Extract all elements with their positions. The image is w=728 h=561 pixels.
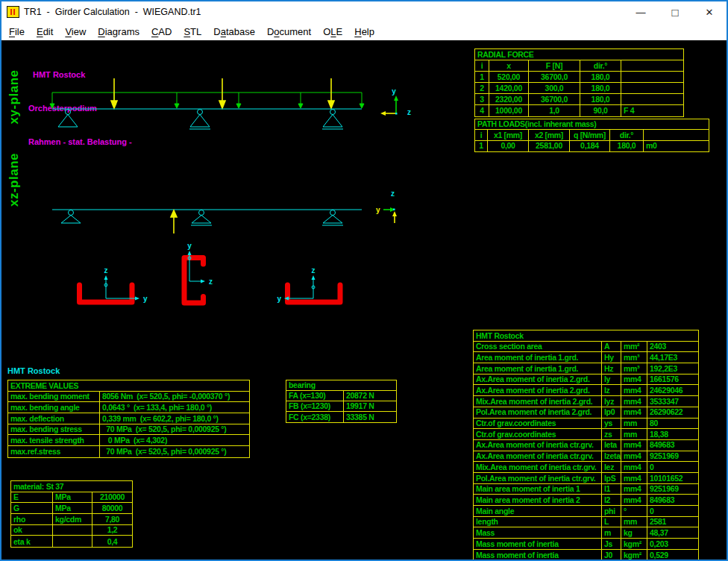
table-cell: 2320,00 [489, 94, 529, 104]
table-row: 10,002581,000,184180,0m0 [475, 141, 709, 151]
minimize-button[interactable]: — [624, 1, 658, 22]
support-pin [61, 210, 81, 224]
table-cell: 3533347 [647, 396, 698, 407]
support-pin [322, 210, 343, 226]
table-cell: mm4 [621, 473, 647, 483]
table-cell: Mix.Area moment of inertia 2.grd. [474, 396, 602, 407]
xy-plane-label: xy-plane [7, 70, 22, 125]
table-row: Ctr.of grav.coordinateszsmm18,38 [474, 429, 698, 440]
table-cell [53, 536, 92, 547]
table-cell: 1000,00 [489, 105, 529, 116]
table-cell: x [489, 60, 529, 71]
table-cell: 36700,0 [529, 72, 580, 82]
table-cell: 180,0 [580, 83, 621, 93]
table-cell: 849683 [647, 440, 698, 451]
table-row: Area moment of inertia 1.grd.Hzmm³192,2E… [474, 363, 698, 374]
svg-text:y: y [277, 295, 281, 303]
table-cell: mm [621, 517, 647, 527]
menu-cad[interactable]: CAD [145, 24, 178, 40]
table-row: max. bending moment8056 Nm (x= 520,5, ph… [8, 392, 249, 403]
table-cell [53, 525, 92, 536]
xy-plane-diagram: y z [41, 71, 421, 135]
table-cell: Js [602, 539, 621, 549]
menu-stl[interactable]: STL [178, 24, 207, 40]
table-cell: 80 [647, 419, 698, 429]
table-cell: dir.° [580, 60, 621, 71]
table-cell: max. deflection [8, 413, 100, 424]
table-cell: 70 MPa (x= 520,5, phi= 0,000925 °) [100, 446, 249, 457]
table-cell [621, 94, 683, 104]
table-cell: MPa [53, 503, 92, 513]
bearing-table: bearingFA (x=130)20872 NFB (x=1230)19917… [286, 380, 397, 423]
table-cell: 1420,00 [489, 83, 529, 93]
table-cell: mm [621, 429, 647, 439]
table-cell: 19917 N [344, 401, 396, 411]
table-title: bearing [286, 380, 396, 391]
table-cell: mm4 [621, 407, 647, 418]
table-cell: Mass [474, 527, 602, 538]
table-row: Ax.Area moment of inertia 2.grd.Iymm4166… [474, 374, 698, 386]
extreme-values-table: EXTREME VALUESmax. bending moment8056 Nm… [7, 380, 250, 458]
table-cell: 849683 [647, 495, 698, 505]
menu-ole[interactable]: OLE [317, 24, 348, 40]
table-cell [621, 83, 683, 93]
svg-text:y: y [187, 242, 192, 250]
table-cell: i [475, 60, 489, 71]
table-cell: Main angle [474, 506, 602, 516]
table-row: Massmkg48,37 [474, 527, 698, 539]
xz-plane-label: xz-plane [7, 153, 22, 207]
menu-edit[interactable]: Edit [31, 24, 59, 40]
table-cell: 1661576 [647, 374, 698, 385]
table-row: Ctr.of grav.coordinatesysmm80 [474, 419, 698, 430]
table-cell: ok [11, 525, 53, 536]
channel-section [288, 285, 341, 302]
table-cell: max.ref.stress [8, 446, 100, 457]
table-cell: m0 [644, 141, 709, 151]
table-cell: 3 [475, 94, 489, 104]
menu-view[interactable]: View [59, 24, 92, 40]
table-cell: mm³ [621, 363, 647, 374]
table-row: 1520,0036700,0180,0 [475, 72, 683, 83]
table-cell: E [11, 492, 53, 503]
xz-plane-diagram: y z [41, 188, 421, 236]
table-cell: 24629046 [647, 385, 698, 395]
radial-force-table: RADIAL FORCEixF [N]dir.°1520,0036700,018… [474, 48, 684, 117]
menu-document[interactable]: Document [261, 24, 317, 40]
table-cell: 180,0 [580, 94, 621, 104]
table-cell: mm4 [621, 385, 647, 395]
table-row: 32320,0036700,0180,0 [475, 94, 683, 105]
table-row: FA (x=130)20872 N [286, 391, 396, 401]
table-cell: 36700,0 [529, 94, 580, 104]
table-cell: max. tensile strength [8, 435, 100, 445]
table-cell [621, 72, 683, 82]
table-cell: 300,0 [529, 83, 580, 93]
table-cell: mm4 [621, 396, 647, 407]
table-cell: 2 [475, 83, 489, 93]
table-cell: q [N/mm] [570, 130, 610, 140]
table-cell: Ax.Area moment of inertia ctr.grv. [474, 440, 602, 451]
table-cell: Izeta [602, 451, 621, 462]
menu-help[interactable]: Help [348, 24, 380, 40]
table-cell: Iz [602, 385, 621, 395]
table-cell: 0,0643 ° (x= 133,4, phi= 180,0 °) [100, 402, 249, 413]
menu-database[interactable]: Database [207, 24, 261, 40]
table-title: EXTREME VALUES [8, 380, 249, 392]
table-cell: 0,00 [488, 141, 529, 151]
table-cell: x2 [mm] [529, 130, 570, 140]
table-cell: Ax.Area moment of inertia ctr.grv. [474, 451, 602, 462]
table-cell: kg [621, 527, 647, 538]
support-pin [58, 110, 78, 128]
table-cell: mm³ [621, 352, 647, 363]
maximize-button[interactable]: □ [658, 1, 692, 22]
table-cell: MPa [53, 492, 92, 503]
table-cell: 0,4 [92, 536, 132, 547]
table-cell: Ax.Area moment of inertia 2.grd. [474, 385, 602, 395]
close-button[interactable]: ✕ [692, 1, 727, 22]
table-row: Mass moment of inertiaJ0kgm²0,529 [474, 550, 698, 560]
menu-diagrams[interactable]: Diagrams [92, 24, 145, 40]
section-properties-table: HMT RostockCross section areaAmm²2403Are… [473, 330, 699, 560]
app-icon[interactable]: II [7, 6, 19, 18]
menu-bar: FileEditViewDiagramsCADSTLDatabaseDocume… [1, 22, 727, 40]
menu-file[interactable]: File [3, 24, 31, 40]
table-cell: 9251969 [647, 451, 698, 462]
